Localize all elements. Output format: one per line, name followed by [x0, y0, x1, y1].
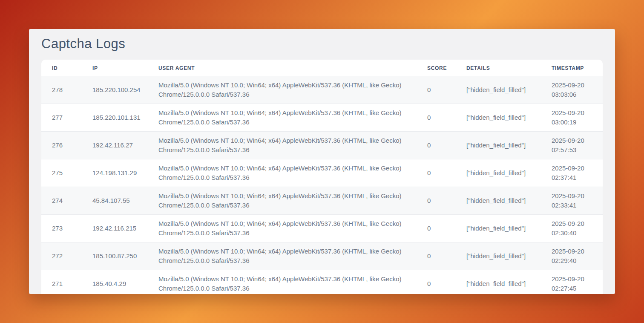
captcha-logs-card: Captcha Logs ID IP USER AGENT SCORE DETA… [29, 29, 615, 294]
cell-details: ["hidden_field_filled"] [456, 131, 541, 159]
cell-details: ["hidden_field_filled"] [456, 104, 541, 131]
cell-score: 0 [417, 104, 456, 131]
table-header-row: ID IP USER AGENT SCORE DETAILS TIMESTAMP [41, 60, 603, 76]
table-row: 272185.100.87.250Mozilla/5.0 (Windows NT… [41, 242, 603, 270]
cell-user-agent: Mozilla/5.0 (Windows NT 10.0; Win64; x64… [148, 242, 417, 270]
cell-timestamp: 2025-09-20 02:37:41 [541, 159, 603, 187]
cell-ip: 185.100.87.250 [82, 242, 148, 270]
cell-ip: 185.40.4.29 [82, 270, 148, 294]
table-row: 276192.42.116.27Mozilla/5.0 (Windows NT … [41, 131, 603, 159]
table-body: 278185.220.100.254Mozilla/5.0 (Windows N… [41, 76, 603, 294]
cell-id: 272 [41, 242, 82, 270]
cell-score: 0 [417, 214, 456, 242]
column-header-id: ID [41, 60, 82, 76]
cell-ip: 124.198.131.29 [82, 159, 148, 187]
cell-id: 276 [41, 131, 82, 159]
page-title: Captcha Logs [29, 29, 615, 60]
cell-user-agent: Mozilla/5.0 (Windows NT 10.0; Win64; x64… [148, 187, 417, 214]
cell-timestamp: 2025-09-20 02:27:45 [541, 270, 603, 294]
cell-score: 0 [417, 242, 456, 270]
column-header-timestamp: TIMESTAMP [541, 60, 603, 76]
table-row: 275124.198.131.29Mozilla/5.0 (Windows NT… [41, 159, 603, 187]
column-header-details: DETAILS [456, 60, 541, 76]
column-header-score: SCORE [417, 60, 456, 76]
cell-details: ["hidden_field_filled"] [456, 159, 541, 187]
cell-timestamp: 2025-09-20 02:29:40 [541, 242, 603, 270]
column-header-user-agent: USER AGENT [148, 60, 417, 76]
cell-ip: 45.84.107.55 [82, 187, 148, 214]
logs-table-container: ID IP USER AGENT SCORE DETAILS TIMESTAMP… [41, 60, 603, 294]
cell-timestamp: 2025-09-20 03:03:06 [541, 76, 603, 104]
cell-user-agent: Mozilla/5.0 (Windows NT 10.0; Win64; x64… [148, 214, 417, 242]
cell-id: 274 [41, 187, 82, 214]
cell-ip: 185.220.100.254 [82, 76, 148, 104]
table-row: 277185.220.101.131Mozilla/5.0 (Windows N… [41, 104, 603, 131]
cell-details: ["hidden_field_filled"] [456, 270, 541, 294]
cell-score: 0 [417, 131, 456, 159]
cell-details: ["hidden_field_filled"] [456, 242, 541, 270]
table-row: 27445.84.107.55Mozilla/5.0 (Windows NT 1… [41, 187, 603, 214]
cell-score: 0 [417, 270, 456, 294]
cell-id: 277 [41, 104, 82, 131]
cell-user-agent: Mozilla/5.0 (Windows NT 10.0; Win64; x64… [148, 104, 417, 131]
cell-user-agent: Mozilla/5.0 (Windows NT 10.0; Win64; x64… [148, 270, 417, 294]
cell-timestamp: 2025-09-20 02:30:40 [541, 214, 603, 242]
cell-ip: 192.42.116.27 [82, 131, 148, 159]
cell-score: 0 [417, 159, 456, 187]
cell-id: 273 [41, 214, 82, 242]
cell-timestamp: 2025-09-20 02:57:53 [541, 131, 603, 159]
cell-ip: 185.220.101.131 [82, 104, 148, 131]
cell-ip: 192.42.116.215 [82, 214, 148, 242]
column-header-ip: IP [82, 60, 148, 76]
cell-details: ["hidden_field_filled"] [456, 187, 541, 214]
cell-score: 0 [417, 187, 456, 214]
cell-timestamp: 2025-09-20 03:00:19 [541, 104, 603, 131]
cell-details: ["hidden_field_filled"] [456, 76, 541, 104]
cell-id: 278 [41, 76, 82, 104]
table-header: ID IP USER AGENT SCORE DETAILS TIMESTAMP [41, 60, 603, 76]
cell-id: 271 [41, 270, 82, 294]
cell-details: ["hidden_field_filled"] [456, 214, 541, 242]
cell-user-agent: Mozilla/5.0 (Windows NT 10.0; Win64; x64… [148, 76, 417, 104]
logs-table: ID IP USER AGENT SCORE DETAILS TIMESTAMP… [41, 60, 603, 294]
cell-score: 0 [417, 76, 456, 104]
cell-user-agent: Mozilla/5.0 (Windows NT 10.0; Win64; x64… [148, 131, 417, 159]
cell-id: 275 [41, 159, 82, 187]
table-row: 278185.220.100.254Mozilla/5.0 (Windows N… [41, 76, 603, 104]
cell-timestamp: 2025-09-20 02:33:41 [541, 187, 603, 214]
cell-user-agent: Mozilla/5.0 (Windows NT 10.0; Win64; x64… [148, 159, 417, 187]
table-row: 273192.42.116.215Mozilla/5.0 (Windows NT… [41, 214, 603, 242]
table-row: 271185.40.4.29Mozilla/5.0 (Windows NT 10… [41, 270, 603, 294]
